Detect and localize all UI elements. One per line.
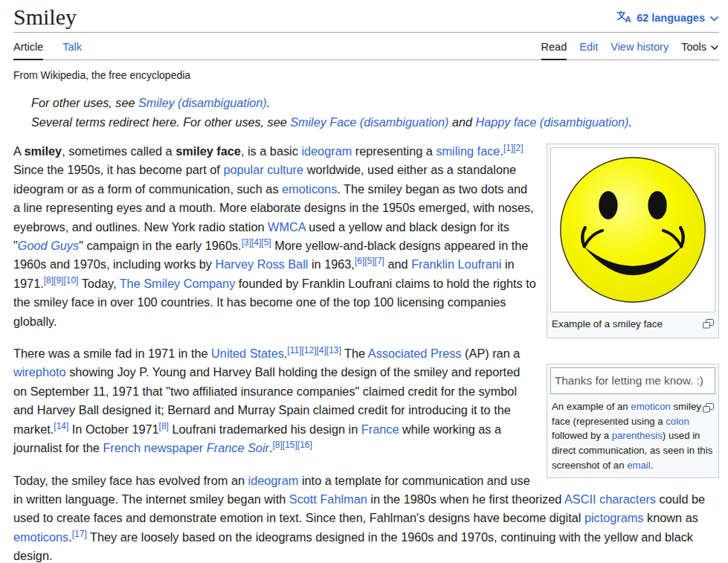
hatnote: For other uses, see Smiley (disambiguati… <box>31 93 719 112</box>
hatnote: Several terms redirect here. For other u… <box>31 112 719 132</box>
text-run: representing a <box>352 144 436 158</box>
languages-label: 62 languages <box>637 12 705 24</box>
wiki-link[interactable]: Scott Fahlman <box>289 492 367 506</box>
email-text: Thanks for letting me know. :) <box>555 374 703 387</box>
magnify-icon[interactable] <box>703 319 714 332</box>
reference-link[interactable]: [14] <box>54 420 68 431</box>
wiki-link[interactable]: Harvey Ross Ball <box>216 257 309 271</box>
wiki-link[interactable]: parenthesis <box>612 430 663 441</box>
text-run: , sometimes called a <box>62 144 175 158</box>
thumbnail-caption: Example of a smiley face <box>550 312 715 335</box>
tab-view-history-label: View history <box>611 41 669 53</box>
tab-read-label: Read <box>541 41 567 53</box>
tab-edit-label: Edit <box>579 41 598 53</box>
email-screenshot-image[interactable]: Thanks for letting me know. :) <box>550 367 715 394</box>
bold-text: smiley face <box>175 144 241 158</box>
text-run: They are loosely based on the ideograms … <box>13 530 693 562</box>
wiki-link[interactable]: Smiley (disambiguation) <box>138 96 267 109</box>
wiki-link[interactable]: ideogram <box>301 144 352 158</box>
translate-icon: A <box>616 10 632 25</box>
wiki-link[interactable]: WMCA <box>268 220 306 234</box>
wiki-link[interactable]: Happy face (disambiguation) <box>475 115 628 129</box>
wiki-link[interactable]: emoticons <box>13 530 68 544</box>
smiley-face-graphic <box>553 150 712 309</box>
reference-link[interactable]: [8] <box>159 420 169 431</box>
text-run: In October 1971 <box>68 422 158 436</box>
page-title: Smiley <box>13 1 77 32</box>
smiley-face-image[interactable] <box>550 147 715 312</box>
tab-talk[interactable]: Talk <box>62 37 82 59</box>
wiki-link[interactable]: France <box>361 422 399 436</box>
wiki-link[interactable]: The Smiley Company <box>120 277 236 290</box>
tab-view-history[interactable]: View history <box>611 37 669 59</box>
site-subtitle: From Wikipedia, the free encyclopedia <box>13 69 719 81</box>
article-header: Smiley A 62 languages <box>13 0 719 33</box>
tab-talk-label: Talk <box>62 41 82 53</box>
tab-article[interactable]: Article <box>13 37 43 59</box>
reference-link[interactable]: [8][15][16] <box>272 440 312 450</box>
languages-button[interactable]: A 62 languages <box>616 10 719 25</box>
wiki-link[interactable]: emoticons <box>282 182 337 196</box>
reference-link[interactable]: [1][2] <box>503 143 524 153</box>
text-run: and <box>384 257 411 271</box>
wiki-link[interactable]: Associated Press <box>368 347 462 360</box>
wiki-link[interactable]: Smiley Face (disambiguation) <box>290 115 448 129</box>
text-run: in the 1980s when he first theorized <box>367 492 564 506</box>
tools-menu-button[interactable]: Tools <box>681 37 719 59</box>
reference-link[interactable]: [17] <box>72 528 87 538</box>
text-run: known as <box>644 511 698 524</box>
wiki-link[interactable]: ideogram <box>248 474 299 487</box>
wiki-link[interactable]: pictograms <box>584 511 644 524</box>
wiki-link[interactable]: French newspaper <box>103 441 203 454</box>
text-run: Since the 1950s, it has become part of <box>13 163 223 176</box>
wiki-link[interactable]: popular culture <box>223 163 303 176</box>
chevron-down-icon <box>709 12 719 24</box>
text-run: The <box>341 347 368 360</box>
article-tab-bar: Article Talk Read Edit View history Tool… <box>13 37 719 60</box>
text-run: A <box>13 144 24 158</box>
article-paragraph: Today, the smiley face has evolved from … <box>13 472 719 563</box>
text-run: and <box>448 115 475 129</box>
article-body: Example of a smiley face Thanks for lett… <box>13 142 719 563</box>
text-run: in 1963, <box>308 257 354 271</box>
image-caption-text: Example of a smiley face <box>552 318 663 331</box>
reference-link[interactable]: [8][9][10] <box>44 274 79 285</box>
text-run: An example of an <box>552 401 631 412</box>
text-run: There was a smile fad in 1971 in the <box>13 347 211 360</box>
wiki-link[interactable]: United States <box>211 347 284 360</box>
reference-link[interactable]: [3][4][5] <box>242 237 271 248</box>
tab-read[interactable]: Read <box>541 37 567 59</box>
reference-link[interactable]: [11][12][4][13] <box>287 345 341 356</box>
wiki-link[interactable]: Good Guys <box>18 239 79 252</box>
wiki-link[interactable]: colon <box>666 416 689 427</box>
tab-article-label: Article <box>13 41 43 53</box>
tab-edit[interactable]: Edit <box>579 37 598 59</box>
text-run: For other uses, see <box>31 96 138 109</box>
wiki-link[interactable]: Franklin Loufrani <box>411 257 501 271</box>
wiki-link[interactable]: smiling face <box>436 144 500 158</box>
wiki-link[interactable]: wirephoto <box>13 365 66 379</box>
thumbnail-caption: An example of an emoticon smiley face (r… <box>550 394 715 474</box>
svg-text:A: A <box>625 15 631 23</box>
image-caption-text: An example of an emoticon smiley face (r… <box>552 401 712 471</box>
magnify-icon[interactable] <box>703 402 714 417</box>
wiki-link[interactable]: ASCII characters <box>564 492 656 506</box>
text-run: Loufrani trademarked his design in <box>169 422 361 436</box>
wiki-link[interactable]: email <box>627 460 651 471</box>
text-run: . <box>651 460 654 471</box>
text-run: (AP) ran a <box>462 347 521 360</box>
text-run: . <box>629 115 633 129</box>
reference-link[interactable]: [6][5][7] <box>355 256 384 266</box>
wiki-link[interactable]: emoticon <box>631 401 671 412</box>
namespace-tabs: Article Talk <box>13 37 82 59</box>
text-run: . <box>267 96 271 109</box>
wiki-link[interactable]: France Soir <box>207 441 269 454</box>
emoticon-thumbnail: Thanks for letting me know. :) An exampl… <box>547 364 719 478</box>
text-run: Several terms redirect here. For other u… <box>31 115 290 129</box>
hatnotes: For other uses, see Smiley (disambiguati… <box>31 93 719 132</box>
text-run: Today, the smiley face has evolved from … <box>13 474 248 487</box>
view-tabs: Read Edit View history Tools <box>541 37 719 59</box>
chevron-down-icon <box>710 41 719 53</box>
smiley-thumbnail: Example of a smiley face <box>547 144 719 338</box>
text-run: Today, <box>78 277 119 290</box>
